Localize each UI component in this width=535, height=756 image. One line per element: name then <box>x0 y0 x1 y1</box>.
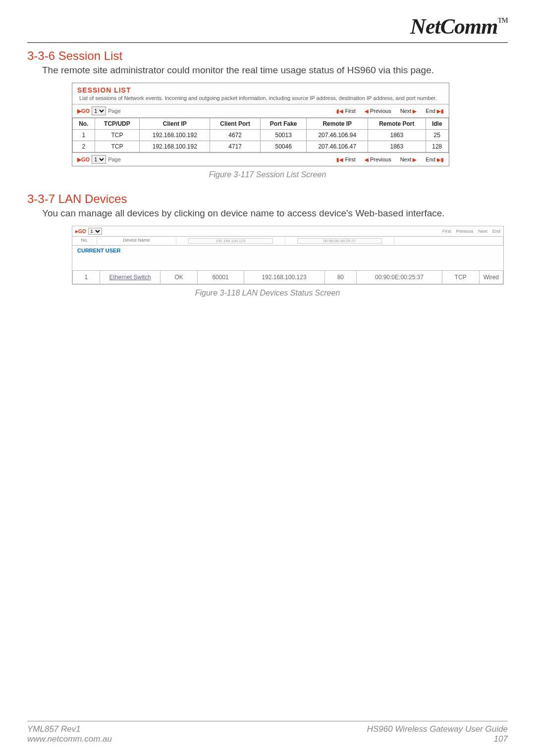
lan-prev[interactable]: Previous <box>456 229 473 234</box>
header-bar: NetCommTM <box>27 14 508 43</box>
table-header-row: No. TCP/UDP Client IP Client Port Port F… <box>73 118 449 130</box>
end-link-b[interactable]: End <box>426 156 435 162</box>
brand-name: NetComm <box>410 14 497 39</box>
device-name-link[interactable]: Ethernet Switch <box>109 274 151 281</box>
next-link[interactable]: Next <box>400 108 412 114</box>
col-client-port: Client Port <box>210 118 261 130</box>
end-icon[interactable]: ▶▮ <box>437 157 444 162</box>
col-proto: TCP/UDP <box>95 118 140 130</box>
next-icon[interactable]: ▶ <box>413 108 417 114</box>
brand-logo: NetCommTM <box>410 14 508 39</box>
go-button-top[interactable]: GO <box>81 108 90 114</box>
end-icon[interactable]: ▶▮ <box>437 108 444 114</box>
lan-devices-screenshot: ▶ GO 1 First Previous Next End No. Devic… <box>72 226 504 285</box>
lan-pager: ▶ GO 1 First Previous Next End <box>72 226 503 237</box>
lan-next[interactable]: Next <box>478 229 487 234</box>
first-link-b[interactable]: First <box>345 156 355 162</box>
table-row: 1 Ethernet Switch OK 60001 192.168.100.1… <box>73 271 503 284</box>
col-remote-ip: Remote IP <box>307 118 368 130</box>
lan-header-row: No. Device Name 192.168.100.123 00:90:0E… <box>72 237 503 246</box>
next-icon[interactable]: ▶ <box>413 157 417 162</box>
first-icon[interactable]: ▮◀ <box>336 157 343 162</box>
lan-type: Wired <box>479 271 503 284</box>
page-select-bottom[interactable]: 1 <box>92 155 106 164</box>
pager-top: ▶ GO 1 Page ▮◀ First ◀ Previous Next ▶ E… <box>72 104 449 118</box>
go-button-bottom[interactable]: GO <box>81 156 90 162</box>
prev-link[interactable]: Previous <box>370 108 391 114</box>
figure-caption-1: Figure 3-117 Session List Screen <box>27 170 508 179</box>
section-body-lan-devices: You can manage all devices by clicking o… <box>42 208 508 219</box>
lan-no: 1 <box>73 271 100 284</box>
session-list-screenshot: SESSION LIST List of sessions of Network… <box>72 83 449 166</box>
lan-page-select[interactable]: 1 <box>88 228 102 235</box>
first-link[interactable]: First <box>345 108 355 114</box>
screenshot-description: List of sessions of Network events. Inco… <box>72 94 449 104</box>
section-body-session-list: The remote site administrator could moni… <box>42 65 508 76</box>
lan-port: 60001 <box>197 271 244 284</box>
session-table: No. TCP/UDP Client IP Client Port Port F… <box>72 118 449 152</box>
lan-http: 80 <box>324 271 357 284</box>
first-icon[interactable]: ▮◀ <box>336 108 343 114</box>
lan-status: OK <box>160 271 197 284</box>
lan-mac: 00:90:0E:00:25:37 <box>357 271 442 284</box>
section-heading-session-list: 3-3-6 Session List <box>27 49 508 63</box>
go-first-icon[interactable]: ▶ <box>77 108 81 114</box>
lan-proto: TCP <box>442 271 479 284</box>
trademark: TM <box>497 17 508 24</box>
figure-caption-2: Figure 3-118 LAN Devices Status Screen <box>27 289 508 298</box>
lan-end[interactable]: End <box>492 229 500 234</box>
col-port-fake: Port Fake <box>261 118 307 130</box>
footer-url: www.netcomm.com.au <box>27 734 112 744</box>
page-label-bottom: Page <box>108 156 121 162</box>
next-link-b[interactable]: Next <box>400 156 412 162</box>
section-heading-lan-devices: 3-3-7 LAN Devices <box>27 192 508 206</box>
col-idle: Idle <box>426 118 449 130</box>
pager-bottom: ▶ GO 1 Page ▮◀ First ◀ Previous Next ▶ E… <box>72 152 449 166</box>
lan-current-user: CURRENT USER <box>72 246 503 255</box>
lan-table: 1 Ethernet Switch OK 60001 192.168.100.1… <box>72 270 503 284</box>
lan-first[interactable]: First <box>442 229 451 234</box>
footer-doc-id: YML857 Rev1 <box>27 724 112 734</box>
prev-icon[interactable]: ◀ <box>365 108 369 114</box>
col-remote-port: Remote Port <box>368 118 426 130</box>
end-link[interactable]: End <box>426 108 435 114</box>
col-no: No. <box>73 118 95 130</box>
page-footer: YML857 Rev1 www.netcomm.com.au HS960 Wir… <box>27 721 508 744</box>
footer-guide-name: HS960 Wireless Gateway User Guide <box>367 724 508 734</box>
footer-page-number: 107 <box>367 734 508 744</box>
prev-icon[interactable]: ◀ <box>365 157 369 162</box>
table-row: 2 TCP 192.168.100.192 4717 50046 207.46.… <box>73 141 449 152</box>
prev-link-b[interactable]: Previous <box>370 156 391 162</box>
go-first-icon[interactable]: ▶ <box>77 156 81 163</box>
screenshot-title: SESSION LIST <box>77 86 131 94</box>
lan-go-button[interactable]: GO <box>78 229 86 234</box>
page-label-top: Page <box>108 108 121 114</box>
page-select-top[interactable]: 1 <box>92 106 106 115</box>
table-row: 1 TCP 192.168.100.192 4672 50013 207.46.… <box>73 130 449 141</box>
lan-ip: 192.168.100.123 <box>244 271 324 284</box>
col-client-ip: Client IP <box>140 118 210 130</box>
